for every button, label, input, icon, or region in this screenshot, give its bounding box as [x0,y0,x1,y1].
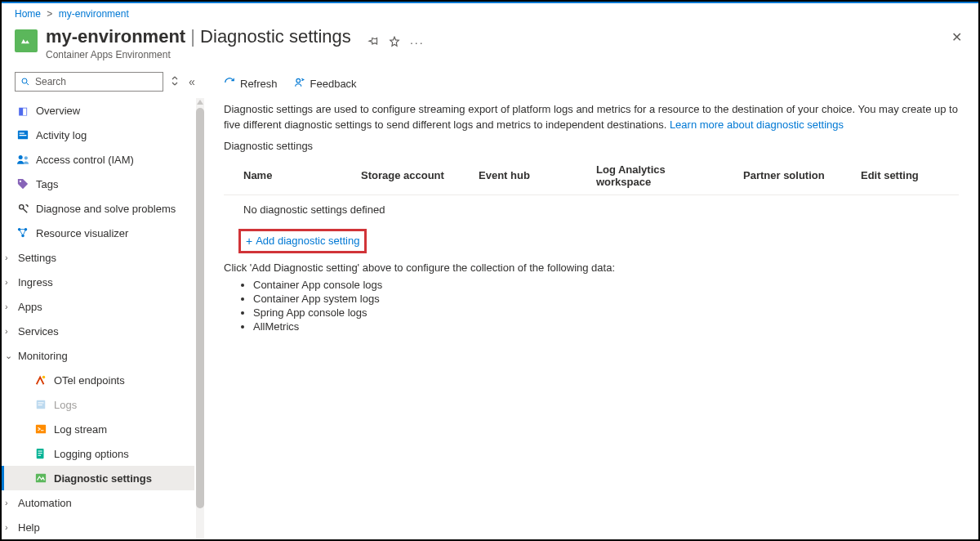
svg-rect-19 [38,453,42,454]
refresh-label: Refresh [240,78,278,90]
search-input[interactable]: Search [15,72,163,92]
nav-monitoring-group[interactable]: ⌄ Monitoring [2,343,194,368]
table-empty-row: No diagnostic settings defined [224,194,959,224]
svg-line-1 [27,83,29,86]
feedback-icon [294,77,305,91]
nav-automation-group[interactable]: › Automation [2,490,194,515]
svg-point-12 [42,376,46,379]
nav-label: Tags [36,178,58,190]
nav-label: Ingress [18,276,53,288]
list-item: Container App console logs [253,279,959,291]
feedback-button[interactable]: Feedback [294,77,357,91]
breadcrumb-home[interactable]: Home [15,8,41,20]
nav-diagnostic-settings[interactable]: Diagnostic settings [2,466,194,490]
nav-logging-options[interactable]: Logging options [2,441,194,466]
sidebar: Search « ◧ Overview Activity log [2,69,204,539]
breadcrumb-resource[interactable]: my-environment [59,8,129,20]
chevron-right-icon: › [5,253,16,262]
description-text: Diagnostic settings are used to configur… [224,102,959,133]
sidebar-scrollbar[interactable] [196,98,204,539]
add-button-label: Add diagnostic setting [256,235,359,247]
nav-activity-log[interactable]: Activity log [2,123,194,147]
chevron-right-icon: › [5,522,16,532]
svg-point-22 [296,78,300,83]
nav-access-control[interactable]: Access control (IAM) [2,147,194,172]
chevron-right-icon: › [5,326,16,336]
chevron-down-icon: ⌄ [5,351,16,361]
svg-point-5 [18,155,22,159]
nav-otel-endpoints[interactable]: OTel endpoints [2,368,194,392]
nav-label: Apps [18,301,42,313]
feedback-label: Feedback [310,78,357,90]
nav-log-stream[interactable]: Log stream [2,417,194,441]
col-partner: Partner solution [724,157,841,195]
learn-more-link[interactable]: Learn more about diagnostic settings [670,118,844,131]
diagnostic-settings-icon [34,472,47,485]
diagnose-icon [16,202,29,215]
col-storage: Storage account [341,157,459,195]
list-item: AllMetrics [253,320,959,333]
svg-point-0 [22,78,27,83]
logs-icon [34,398,47,411]
pin-icon[interactable] [368,36,379,50]
nav-settings-group[interactable]: › Settings [2,245,194,270]
svg-rect-4 [20,135,27,136]
nav-label: Monitoring [18,350,68,362]
col-edit: Edit setting [841,157,959,195]
chevron-right-icon: › [5,302,16,311]
nav-overview[interactable]: ◧ Overview [2,98,194,123]
nav-label: Automation [18,497,72,509]
otel-icon [34,373,47,387]
data-categories-list: Container App console logs Container App… [253,279,959,333]
more-icon[interactable]: ··· [410,36,425,50]
nav-ingress-group[interactable]: › Ingress [2,270,194,294]
nav-label: Resource visualizer [36,227,128,239]
nav-resource-visualizer[interactable]: Resource visualizer [2,221,194,245]
nav-diagnose-problems[interactable]: Diagnose and solve problems [2,196,194,221]
diagnostic-settings-table: Name Storage account Event hub Log Analy… [224,157,959,224]
collapse-sidebar-icon[interactable]: « [186,75,198,88]
search-placeholder: Search [35,76,66,87]
list-item: Spring App console logs [253,306,959,319]
close-icon[interactable]: ✕ [951,29,962,45]
activity-log-icon [16,128,29,141]
add-diagnostic-setting-button[interactable]: + Add diagnostic setting [238,229,367,253]
resource-type-icon [15,29,38,52]
chevron-right-icon: › [5,498,16,507]
refresh-button[interactable]: Refresh [224,77,278,91]
col-eventhub: Event hub [459,157,577,195]
nav-label: Log stream [54,423,107,436]
svg-rect-14 [38,402,44,403]
favorite-icon[interactable] [389,36,400,50]
empty-row-text: No diagnostic settings defined [224,194,959,224]
nav-tags[interactable]: Tags [2,172,194,196]
blade-title: Diagnostic settings [200,26,351,47]
breadcrumb-separator: > [47,8,52,20]
resource-type-label: Container Apps Environment [46,49,425,60]
logging-options-icon [34,447,47,460]
nav-label: Access control (IAM) [36,154,134,166]
svg-point-8 [20,205,24,209]
search-icon [20,77,30,87]
log-stream-icon [34,423,47,436]
svg-rect-18 [38,451,42,452]
nav-services-group[interactable]: › Services [2,319,194,343]
sort-icon[interactable] [170,76,180,88]
svg-rect-20 [38,455,42,456]
col-name: Name [224,157,341,195]
visualizer-icon [16,226,29,239]
list-item: Container App system logs [253,293,959,305]
breadcrumb: Home > my-environment [2,2,978,23]
svg-point-6 [24,156,27,159]
nav-logs[interactable]: Logs [2,392,194,417]
section-label: Diagnostic settings [224,140,959,152]
nav-label: Overview [36,105,80,117]
plus-icon: + [246,235,252,248]
page-header: my-environment | Diagnostic settings ···… [2,23,978,69]
nav-help-group[interactable]: › Help [2,515,194,539]
overview-icon: ◧ [16,104,29,117]
nav-label: Diagnose and solve problems [36,203,176,215]
refresh-icon [224,77,235,91]
nav-label: Settings [18,252,56,264]
nav-apps-group[interactable]: › Apps [2,294,194,319]
